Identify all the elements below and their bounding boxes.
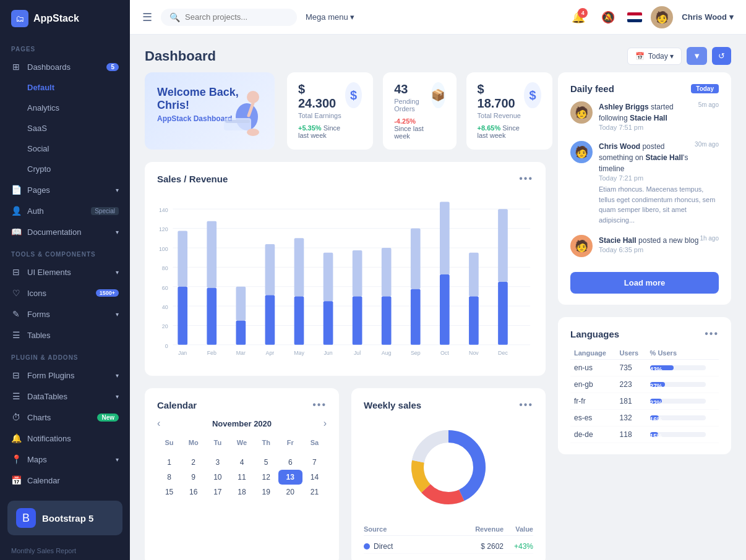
lang-users: 735 <box>616 360 646 376</box>
sidebar-item-tables[interactable]: ☰ Tables <box>0 325 130 346</box>
cal-day[interactable]: 14 <box>302 470 327 485</box>
calendar-menu[interactable]: ••• <box>312 399 327 410</box>
notifications-button[interactable]: 🔔 4 <box>568 7 589 28</box>
refresh-icon: ↺ <box>718 51 725 61</box>
svg-rect-3 <box>224 118 251 130</box>
menu-toggle-icon[interactable]: ☰ <box>142 11 152 24</box>
sidebar-item-dashboards[interactable]: ⊞ Dashboards 5 <box>0 56 130 77</box>
cal-day[interactable]: 15 <box>157 485 181 499</box>
svg-text:Nov: Nov <box>469 350 479 356</box>
lang-pct-bar: 15% <box>646 426 719 443</box>
header: ☰ 🔍 Mega menu ▾ 🔔 4 🔕 🧑 Chris Wood ▾ <box>130 0 746 35</box>
sidebar-item-auth[interactable]: 👤 Auth Special <box>0 200 130 221</box>
avatar[interactable]: 🧑 <box>651 6 673 28</box>
cal-day[interactable]: 13 <box>278 470 302 485</box>
sidebar-item-default[interactable]: Default <box>0 77 130 98</box>
sidebar-item-notifications[interactable]: 🔔 Notifications <box>0 428 130 449</box>
sidebar-item-datatables[interactable]: ☰ DataTables ▾ <box>0 386 130 407</box>
cal-prev-button[interactable]: ‹ <box>157 418 160 429</box>
lang-pct-bar: 22% <box>646 393 719 410</box>
notif-icon: 🔔 <box>11 433 21 443</box>
cal-day[interactable]: 20 <box>278 485 302 499</box>
sidebar-item-social[interactable]: Social <box>0 138 130 159</box>
sales-revenue-card: Sales / Revenue ••• 0 20 40 60 80 100 12… <box>145 162 546 376</box>
search-input[interactable] <box>185 12 272 22</box>
mute-button[interactable]: 🔕 <box>598 7 619 28</box>
cal-day[interactable]: 3 <box>205 455 229 470</box>
sidebar-item-saas[interactable]: SaaS <box>0 118 130 138</box>
feed-ago-2: 30m ago <box>695 141 719 174</box>
lang-col-language: Language <box>570 347 616 360</box>
cal-day <box>254 449 278 455</box>
today-button[interactable]: 📅 Today ▾ <box>627 48 682 65</box>
sidebar-item-label: Maps <box>27 455 47 464</box>
filter-button[interactable]: ▼ <box>687 47 707 65</box>
sidebar-item-icons[interactable]: ♡ Icons 1500+ <box>0 282 130 303</box>
cal-day[interactable]: 19 <box>254 485 278 499</box>
load-more-button[interactable]: Load more <box>570 272 719 294</box>
language-flag[interactable] <box>627 12 642 22</box>
cal-day[interactable]: 10 <box>205 470 229 485</box>
languages-menu[interactable]: ••• <box>705 328 719 339</box>
svg-rect-31 <box>265 244 275 295</box>
sidebar-item-form-plugins[interactable]: ⊟ Form Plugins ▾ <box>0 365 130 386</box>
cal-day[interactable]: 5 <box>254 455 278 470</box>
feed-content-2: Chris Wood posted something on Stacie Ha… <box>599 141 719 225</box>
cal-day[interactable]: 11 <box>229 470 254 485</box>
sidebar-item-charts[interactable]: ⏱ Charts New <box>0 407 130 428</box>
charts-icon: ⏱ <box>11 412 21 422</box>
sidebar-item-crypto[interactable]: Crypto <box>0 159 130 179</box>
sidebar-item-monthly-report[interactable]: Monthly Sales Report <box>0 541 130 560</box>
svg-point-0 <box>247 91 259 103</box>
cal-day[interactable]: 18 <box>229 485 254 499</box>
search-box[interactable]: 🔍 <box>161 9 297 26</box>
cal-day[interactable]: 9 <box>181 470 205 485</box>
sidebar-item-calendar[interactable]: 📅 Calendar <box>0 470 130 491</box>
cal-day[interactable]: 21 <box>302 485 327 499</box>
svg-rect-49 <box>440 202 450 274</box>
sidebar-item-pages[interactable]: 📄 Pages ▾ <box>0 179 130 200</box>
user-name[interactable]: Chris Wood ▾ <box>682 12 734 22</box>
cal-day[interactable]: 17 <box>205 485 229 499</box>
sidebar-item-analytics[interactable]: Analytics <box>0 98 130 118</box>
cal-day[interactable]: 1 <box>157 455 181 470</box>
cal-day[interactable]: 16 <box>181 485 205 499</box>
svg-text:40: 40 <box>162 304 168 310</box>
cal-day <box>205 449 229 455</box>
cal-day[interactable]: 6 <box>278 455 302 470</box>
sidebar-item-ui-elements[interactable]: ⊟ UI Elements ▾ <box>0 261 130 282</box>
refresh-button[interactable]: ↺ <box>712 47 731 65</box>
feed-content-3: Stacie Hall posted a new blog 1h ago Tod… <box>599 235 719 257</box>
mega-menu[interactable]: Mega menu ▾ <box>306 12 354 22</box>
cal-day[interactable]: 8 <box>157 470 181 485</box>
cal-day[interactable]: 12 <box>254 470 278 485</box>
sidebar-item-maps[interactable]: 📍 Maps ▾ <box>0 449 130 470</box>
feed-text-3: Stacie Hall posted a new blog <box>599 235 698 246</box>
welcome-figure <box>213 86 268 150</box>
cal-day[interactable]: 7 <box>302 455 327 470</box>
svg-point-5 <box>247 129 259 136</box>
sidebar-logo[interactable]: 🗂 AppStack <box>0 0 130 37</box>
content-left: Welcome Back, Chris! AppStack Dashboard <box>145 72 546 560</box>
bootstrap-pill[interactable]: B Bootstrap 5 <box>7 501 122 535</box>
stat-card-orders: 43 Pending Orders -4.25% Since last week… <box>383 72 456 150</box>
sidebar-item-label: DataTables <box>27 392 67 401</box>
sidebar-item-documentation[interactable]: 📖 Documentation ▾ <box>0 221 130 242</box>
user-dropdown-arrow: ▾ <box>729 12 734 22</box>
cal-day[interactable]: 4 <box>229 455 254 470</box>
donut-chart <box>364 418 533 517</box>
sidebar-item-forms[interactable]: ✎ Forms ▾ <box>0 303 130 325</box>
svg-rect-32 <box>265 295 275 344</box>
cal-day <box>157 449 181 455</box>
page-title: Dashboard <box>145 48 216 64</box>
cal-next-button[interactable]: › <box>324 418 327 429</box>
dashboards-icon: ⊞ <box>11 62 21 72</box>
mega-menu-label: Mega menu ▾ <box>306 12 354 22</box>
cal-day-tu: Tu <box>205 436 229 449</box>
sales-chart-menu[interactable]: ••• <box>519 173 533 184</box>
lang-row: fr-fr 181 22% <box>570 393 719 410</box>
sidebar-item-label: Tables <box>27 331 51 340</box>
table-row: Direct $ 2602 +43% <box>364 540 533 554</box>
cal-day[interactable]: 2 <box>181 455 205 470</box>
weekly-menu[interactable]: ••• <box>519 399 533 410</box>
